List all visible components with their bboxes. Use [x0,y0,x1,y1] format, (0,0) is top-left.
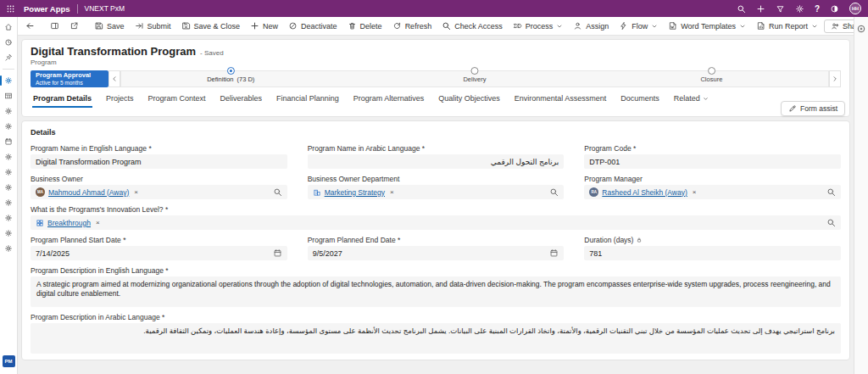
planned-end-date-input[interactable]: 9/5/2027 [308,246,565,260]
new-label: New [263,22,278,31]
chevron-left-icon [111,75,118,82]
business-owner-department-lookup[interactable]: Marketing Strategy × [308,185,565,199]
tab-program-context[interactable]: Program Context [147,92,207,108]
remove-value-icon[interactable]: × [390,188,394,196]
nav-home-icon[interactable] [0,21,17,33]
deactivate-button[interactable]: Deactivate [284,20,342,32]
innovation-level-link[interactable]: Breakthrough [47,219,91,227]
settings-gear-icon[interactable] [795,4,804,14]
user-avatar[interactable]: HH [849,3,861,14]
lookup-search-icon[interactable] [826,187,836,197]
app-badge[interactable]: PM [3,355,15,367]
office-header-bar: Power Apps VNEXT PxM ? HH [0,0,868,17]
stage-circle-icon [227,67,235,75]
process-button[interactable]: Process [509,20,568,32]
lookup-search-icon[interactable] [549,187,559,197]
nav-entity-icon[interactable] [0,120,17,132]
bpf-active-stage-box[interactable]: Program Approval Active for 5 months [31,70,108,87]
lookup-search-icon[interactable] [826,218,836,227]
tab-environmental-assessment[interactable]: Environmental Assessment [514,92,608,108]
nav-pinned-icon[interactable] [0,52,17,64]
nav-entity-programs-icon[interactable] [0,75,17,87]
add-icon[interactable] [756,4,765,14]
program-name-en-input[interactable]: Digital Transformation Program [31,154,287,169]
tab-program-details[interactable]: Program Details [32,92,92,108]
remove-value-icon[interactable]: × [693,188,697,196]
nav-entity-icon[interactable] [0,151,17,163]
save-button[interactable]: Save [90,20,129,32]
plus-icon [250,21,259,31]
form-assist-button[interactable]: Form assist [781,101,845,116]
nav-entity-icon[interactable] [0,227,17,239]
search-icon[interactable] [737,4,746,14]
bpf-scroll-right-button[interactable] [829,70,841,87]
feedback-icon[interactable] [830,4,839,14]
program-code-input[interactable]: DTP-001 [584,154,841,169]
flow-button[interactable]: Flow [615,20,662,32]
side-panel-icon [50,21,59,31]
nav-entity-icon[interactable] [0,197,17,209]
popout-button[interactable] [65,20,83,32]
remove-value-icon[interactable]: × [134,188,138,196]
help-icon[interactable]: ? [815,4,820,14]
program-name-ar-input[interactable]: برنامج التحول الرقمي [308,154,565,169]
description-en-textarea[interactable]: A strategic program aimed at modernizing… [31,276,841,307]
delete-button[interactable]: Delete [343,20,387,32]
nav-entity-icon[interactable] [0,181,17,193]
nav-entity-icon[interactable] [0,212,17,224]
nav-entity-table-icon[interactable] [0,90,17,102]
stage-circle-icon [708,67,715,75]
bpf-stage-track: Definition(73 D) Delivery Closure [120,70,829,87]
program-manager-link[interactable]: Rasheed Al Sheikh (Away) [602,188,687,197]
copilot-icon[interactable] [856,24,866,36]
environment-name[interactable]: VNEXT PxM [85,4,125,13]
planned-start-date-input[interactable]: 7/14/2025 [31,246,287,260]
tab-related[interactable]: Related [673,92,709,108]
new-button[interactable]: New [246,20,282,32]
check-access-button[interactable]: Check Access [437,20,507,32]
field-label: Program Description in English Language … [31,266,841,275]
tab-quality-objectives[interactable]: Quality Objectives [437,92,501,108]
app-name[interactable]: Power Apps [24,4,70,14]
side-panel-button[interactable] [46,20,64,32]
program-manager-lookup[interactable]: RA Rasheed Al Sheikh (Away) × [584,185,841,199]
business-owner-lookup[interactable]: MA Mahmoud Ahmad (Away) × [31,185,287,199]
bpf-stage-definition[interactable]: Definition(73 D) [207,67,254,83]
word-templates-button[interactable]: Word Templates [664,20,750,32]
department-link[interactable]: Marketing Strategy [325,188,385,197]
lookup-search-icon[interactable] [273,187,282,197]
check-access-icon [442,21,451,31]
nav-entity-icon[interactable] [0,105,17,117]
tab-projects[interactable]: Projects [105,92,135,108]
nav-entity-icon[interactable] [0,243,17,254]
field-label: Program Description in Arabic Language * [31,313,841,321]
app-launcher-waffle-icon[interactable] [0,0,20,17]
tab-deliverables[interactable]: Deliverables [220,92,264,108]
bpf-stage-delivery[interactable]: Delivery [463,67,486,83]
stage-label: Delivery [463,75,486,83]
refresh-button[interactable]: Refresh [388,20,437,32]
nav-entity-icon[interactable] [0,166,17,178]
innovation-level-lookup[interactable]: Breakthrough × [31,215,841,230]
field-label: Program Planned Start Date * [31,236,287,244]
tab-program-alternatives[interactable]: Program Alternatives [353,92,426,108]
tab-financial-planning[interactable]: Financial Planning [275,92,340,108]
calendar-icon[interactable] [273,248,282,258]
calendar-icon[interactable] [549,248,559,258]
nav-entity-calendar-icon[interactable] [0,136,17,148]
business-owner-link[interactable]: Mahmoud Ahmad (Away) [48,188,129,197]
remove-value-icon[interactable]: × [96,219,100,226]
tab-related-label: Related [674,94,700,103]
tab-documents[interactable]: Documents [620,92,660,108]
filter-icon[interactable] [776,4,785,14]
bpf-stage-closure[interactable]: Closure [700,67,722,83]
submit-button[interactable]: Submit [131,20,175,32]
nav-recent-icon[interactable] [0,36,17,48]
description-ar-textarea[interactable]: برنامج استراتيجي يهدف إلى تحديث عمليات ا… [31,323,841,354]
chevron-down-icon [556,23,563,30]
assign-button[interactable]: Assign [569,20,613,32]
run-report-button[interactable]: Run Report [752,20,822,32]
popout-icon [70,21,79,31]
save-and-close-button[interactable]: Save & Close [177,20,245,32]
bpf-scroll-left-button[interactable] [108,70,120,87]
